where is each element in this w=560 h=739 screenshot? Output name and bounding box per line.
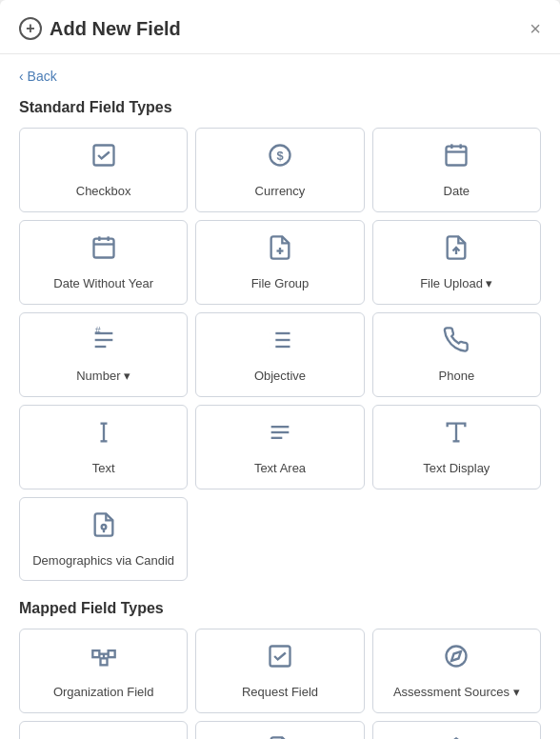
demographics-icon	[90, 511, 117, 548]
standard-row-5: Demographics via Candid	[19, 497, 541, 582]
field-assessment-sources[interactable]: Assessment Sources ▾	[372, 629, 541, 713]
svg-point-40	[447, 647, 467, 667]
request-icon	[267, 643, 293, 679]
request-label: Request Field	[242, 685, 318, 701]
file-group-icon	[267, 234, 293, 270]
svg-rect-7	[93, 239, 113, 258]
text-area-icon	[267, 419, 293, 455]
back-link[interactable]: ‹ Back	[19, 69, 57, 84]
assessment-sources-label: Assessment Sources ▾	[393, 685, 520, 701]
field-text-display[interactable]: Text Display	[372, 405, 541, 489]
svg-rect-33	[92, 651, 99, 658]
objective-label: Objective	[254, 369, 306, 385]
svg-rect-35	[100, 659, 107, 666]
field-number[interactable]: # Number ▾	[19, 312, 188, 397]
date-without-year-icon	[90, 234, 117, 270]
add-new-field-modal: + Add New Field × ‹ Back Standard Field …	[0, 0, 560, 739]
svg-point-31	[101, 525, 106, 529]
number-label: Number ▾	[76, 369, 130, 385]
text-cursor-icon	[90, 419, 117, 455]
field-objective[interactable]: Objective	[195, 312, 364, 397]
field-text-area[interactable]: Text Area	[195, 405, 364, 489]
objective-icon	[267, 327, 293, 363]
bank-icon	[443, 735, 470, 739]
field-date[interactable]: Date	[372, 128, 541, 212]
phone-icon	[443, 327, 470, 363]
field-bank-account[interactable]: Bank Account	[372, 721, 541, 739]
plus-icon: +	[19, 17, 42, 40]
financial-icon: $	[267, 735, 293, 739]
date-label: Date	[444, 184, 470, 200]
text-label: Text	[92, 461, 115, 477]
field-phone[interactable]: Phone	[372, 312, 541, 397]
close-button[interactable]: ×	[530, 19, 541, 38]
field-text[interactable]: Text	[19, 405, 188, 489]
svg-text:$: $	[276, 149, 283, 163]
org-icon	[90, 643, 117, 679]
mapped-section-title: Mapped Field Types	[19, 600, 541, 617]
svg-rect-3	[447, 147, 467, 166]
standard-row-2: Date Without Year File Group	[19, 220, 541, 305]
field-file-upload[interactable]: File Upload ▾	[372, 220, 541, 305]
number-icon: #	[90, 327, 117, 363]
field-checkbox[interactable]: Checkbox	[19, 128, 188, 212]
modal-title-text: Add New Field	[50, 18, 181, 40]
field-request[interactable]: Request Field	[195, 629, 364, 713]
editable-codes-icon	[90, 735, 117, 739]
checkbox-icon	[90, 142, 117, 178]
svg-rect-34	[108, 651, 114, 658]
text-display-icon	[443, 419, 470, 455]
field-file-group[interactable]: File Group	[195, 220, 364, 305]
currency-icon: $	[267, 142, 293, 178]
mapped-row-2: Editable Codes $ Financial Data By Year …	[19, 721, 541, 739]
organization-label: Organization Field	[53, 685, 154, 701]
standard-section-title: Standard Field Types	[19, 99, 541, 116]
field-demographics[interactable]: Demographics via Candid	[19, 497, 188, 582]
close-icon: ×	[530, 18, 541, 39]
file-group-label: File Group	[251, 276, 310, 292]
checkbox-label: Checkbox	[76, 184, 131, 200]
modal-title: + Add New Field	[19, 17, 181, 40]
date-icon	[443, 142, 470, 178]
file-upload-icon	[443, 234, 470, 270]
field-financial-data[interactable]: $ Financial Data By Year ▾	[195, 721, 364, 739]
field-organization[interactable]: Organization Field	[19, 629, 188, 713]
currency-label: Currency	[255, 184, 306, 200]
modal-body: ‹ Back Standard Field Types Checkbox $	[0, 54, 560, 739]
modal-header: + Add New Field ×	[0, 0, 560, 54]
field-currency[interactable]: $ Currency	[195, 128, 364, 212]
demographics-label: Demographics via Candid	[32, 553, 174, 569]
svg-marker-41	[451, 652, 461, 662]
phone-label: Phone	[439, 369, 475, 385]
field-editable-codes[interactable]: Editable Codes	[19, 721, 188, 739]
text-display-label: Text Display	[423, 461, 490, 477]
text-area-label: Text Area	[254, 461, 306, 477]
standard-row-1: Checkbox $ Currency	[19, 128, 541, 212]
standard-row-3: # Number ▾ Objective	[19, 312, 541, 397]
compass-icon	[443, 643, 470, 679]
standard-row-4: Text Text Area	[19, 405, 541, 489]
date-without-year-label: Date Without Year	[53, 276, 153, 292]
field-date-without-year[interactable]: Date Without Year	[19, 220, 188, 305]
svg-text:#: #	[94, 327, 100, 336]
mapped-row-1: Organization Field Request Field	[19, 629, 541, 713]
file-upload-label: File Upload ▾	[420, 276, 492, 292]
